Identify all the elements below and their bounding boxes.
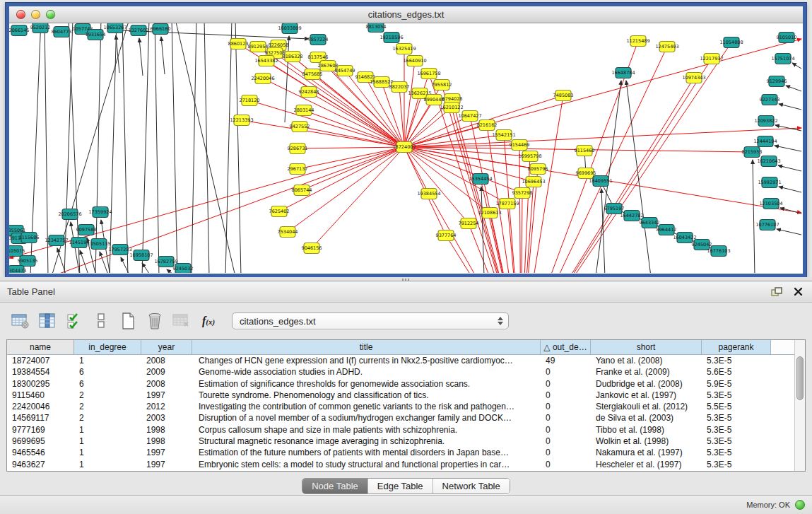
citation-edge-black[interactable] bbox=[192, 23, 196, 273]
table-cell[interactable]: 0 bbox=[541, 390, 591, 401]
graph-node[interactable]: 2803144 bbox=[294, 105, 314, 116]
delete-trash-icon[interactable] bbox=[144, 310, 165, 332]
table-cell[interactable]: 5.5E-5 bbox=[702, 401, 771, 412]
select-all-icon[interactable] bbox=[64, 310, 85, 332]
citation-edge-black[interactable] bbox=[161, 37, 165, 74]
graph-node[interactable]: 8454749 bbox=[335, 66, 355, 76]
graph-node[interactable]: 16961758 bbox=[417, 69, 440, 79]
citation-edge-red[interactable] bbox=[298, 147, 404, 169]
citation-edge-black[interactable] bbox=[225, 23, 232, 273]
table-cell[interactable]: Franke et al. (2009) bbox=[591, 366, 702, 378]
table-cell[interactable]: 2009 bbox=[141, 366, 192, 378]
citation-edge-black[interactable] bbox=[155, 23, 159, 273]
table-cell[interactable]: Stergiakouli et al. (2012) bbox=[591, 401, 702, 412]
table-cell[interactable]: Wolkin et al. (1998) bbox=[591, 436, 702, 447]
citation-edge-black[interactable] bbox=[792, 63, 801, 69]
table-cell[interactable]: 5.3E-5 bbox=[702, 459, 771, 470]
graph-node[interactable]: 1115686 bbox=[19, 233, 40, 243]
table-cell[interactable]: 9115460 bbox=[7, 390, 74, 401]
graph-node[interactable]: 9242848 bbox=[299, 87, 319, 98]
table-cell[interactable]: 5.3E-5 bbox=[702, 412, 771, 424]
graph-node[interactable]: 15542151 bbox=[492, 130, 515, 141]
graph-node[interactable]: 16958107 bbox=[129, 250, 153, 261]
table-cell[interactable]: Embryonic stem cells: a model to study s… bbox=[192, 459, 541, 470]
table-cell[interactable]: 5.3E-5 bbox=[702, 447, 771, 458]
column-display-icon[interactable] bbox=[37, 310, 58, 332]
table-row[interactable]: 946362711997Embryonic stem cells: a mode… bbox=[7, 459, 794, 470]
table-cell[interactable]: 1997 bbox=[141, 459, 192, 470]
graph-node[interactable]: 8216162 bbox=[477, 120, 498, 131]
table-cell[interactable]: 49 bbox=[541, 355, 591, 366]
graph-node[interactable]: 15992971 bbox=[758, 177, 781, 188]
citation-edge-red[interactable] bbox=[242, 120, 404, 147]
delete-table-icon[interactable] bbox=[171, 310, 192, 332]
table-cell[interactable]: 9465546 bbox=[7, 447, 74, 458]
graph-node[interactable]: 16325419 bbox=[392, 44, 416, 54]
graph-node[interactable]: 8427552 bbox=[290, 122, 310, 132]
table-cell[interactable]: 22420046 bbox=[7, 401, 74, 412]
citation-edge-black[interactable] bbox=[786, 86, 801, 91]
table-select-dropdown[interactable]: citations_edges.txt bbox=[232, 313, 509, 329]
citation-edge-red[interactable] bbox=[490, 213, 521, 273]
table-cell[interactable]: Hescheler et al. (1997) bbox=[591, 459, 702, 470]
citation-edge-black[interactable] bbox=[235, 23, 241, 273]
graph-node[interactable]: 5905135 bbox=[18, 256, 38, 267]
citation-edge-red[interactable] bbox=[519, 145, 521, 273]
table-cell[interactable]: Structural magnetic resonance image aver… bbox=[192, 436, 541, 447]
graph-node[interactable]: 8813054 bbox=[366, 23, 387, 33]
table-cell[interactable]: Yano et al. (2008) bbox=[591, 355, 702, 366]
table-cell[interactable]: 2 bbox=[74, 412, 141, 424]
table-cell[interactable]: 1 bbox=[74, 355, 141, 366]
graph-node[interactable]: 19384554 bbox=[417, 189, 440, 199]
graph-node[interactable]: 8475685 bbox=[302, 69, 323, 80]
citation-edge-black[interactable] bbox=[100, 252, 109, 273]
graph-node[interactable]: 10653267 bbox=[103, 23, 126, 33]
table-settings-icon[interactable] bbox=[10, 310, 31, 332]
table-cell[interactable]: 2 bbox=[74, 401, 141, 412]
graph-node[interactable]: 16648784 bbox=[611, 68, 635, 78]
citation-edge-red[interactable] bbox=[298, 147, 404, 148]
close-panel-icon[interactable] bbox=[791, 286, 805, 298]
citation-edge-black[interactable] bbox=[45, 23, 48, 273]
table-cell[interactable]: 5.3E-5 bbox=[702, 390, 771, 401]
table-cell[interactable]: Nakamura et al. (1997) bbox=[591, 447, 702, 458]
citation-edge-black[interactable] bbox=[779, 104, 801, 110]
citation-edge-red[interactable] bbox=[312, 147, 404, 248]
column-header-pagerank[interactable]: pagerank bbox=[702, 340, 771, 354]
column-header-short[interactable]: short bbox=[591, 340, 702, 354]
citation-edge-red[interactable] bbox=[300, 127, 404, 147]
table-cell[interactable]: 0 bbox=[541, 447, 591, 458]
graph-node[interactable]: 16640910 bbox=[403, 56, 426, 66]
table-cell[interactable]: 1998 bbox=[141, 424, 192, 436]
graph-node[interactable]: 19218596 bbox=[379, 33, 403, 43]
table-cell[interactable]: 18724007 bbox=[7, 355, 74, 366]
citation-edge-red[interactable] bbox=[404, 61, 415, 147]
table-cell[interactable]: 18300295 bbox=[7, 378, 74, 390]
scrollbar-thumb[interactable] bbox=[796, 356, 804, 400]
table-row[interactable]: 969969511998Structural magnetic resonanc… bbox=[7, 436, 794, 447]
graph-node[interactable]: 7534044 bbox=[278, 227, 298, 238]
table-cell[interactable]: 2008 bbox=[141, 355, 192, 366]
graph-node[interactable]: 12217937 bbox=[700, 54, 723, 64]
graph-node[interactable]: 20206576 bbox=[58, 209, 81, 220]
table-cell[interactable]: de Silva et al. (2003) bbox=[591, 412, 702, 424]
table-cell[interactable]: 5.3E-5 bbox=[702, 436, 771, 447]
citation-edge-black[interactable] bbox=[110, 23, 117, 273]
table-cell[interactable]: 5.9E-5 bbox=[702, 378, 771, 390]
deselect-all-icon[interactable] bbox=[90, 310, 112, 332]
table-row[interactable]: 946554611997Estimation of the future num… bbox=[7, 447, 794, 458]
network-window-titlebar[interactable]: citations_edges.txt bbox=[9, 6, 803, 23]
graph-node[interactable]: 1931654 bbox=[86, 30, 106, 40]
citation-network-graph[interactable]: 1872400788601238912954822605893275081654… bbox=[9, 23, 803, 273]
table-cell[interactable]: 1 bbox=[74, 447, 141, 458]
graph-node[interactable]: 16033809 bbox=[278, 23, 301, 34]
graph-node[interactable]: 2066145 bbox=[9, 25, 29, 36]
citation-edge-black[interactable] bbox=[626, 81, 651, 273]
citation-edge-black[interactable] bbox=[139, 38, 143, 76]
graph-node[interactable]: 9286731 bbox=[288, 144, 308, 154]
graph-node[interactable]: 9105010 bbox=[777, 33, 797, 43]
graph-node[interactable]: 9245032 bbox=[173, 264, 194, 274]
graph-node[interactable]: 11215489 bbox=[626, 36, 649, 47]
graph-node[interactable]: 1145194 bbox=[69, 238, 90, 248]
graph-node[interactable]: 2718120 bbox=[240, 95, 260, 106]
